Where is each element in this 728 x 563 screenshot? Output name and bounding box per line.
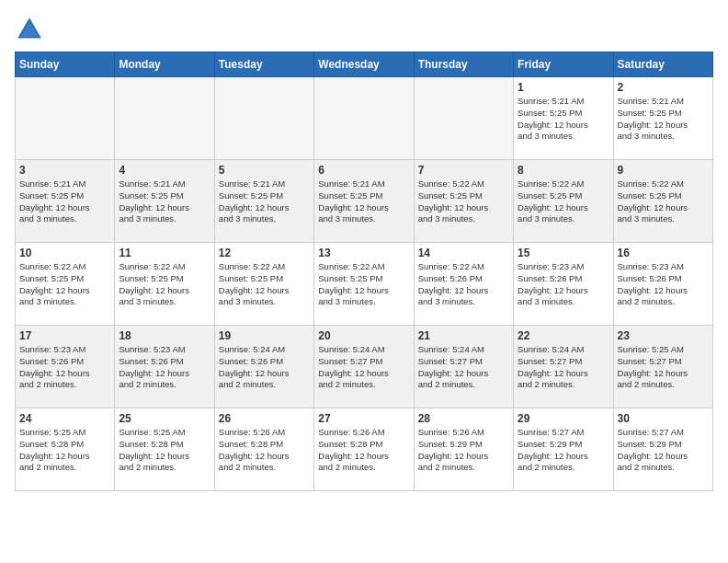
day-cell: 4Sunrise: 5:21 AM Sunset: 5:25 PM Daylig…: [115, 160, 214, 243]
week-row-1: 3Sunrise: 5:21 AM Sunset: 5:25 PM Daylig…: [16, 160, 713, 243]
day-number: 15: [518, 247, 609, 259]
day-cell: 18Sunrise: 5:23 AM Sunset: 5:26 PM Dayli…: [115, 326, 214, 408]
day-info: Sunrise: 5:21 AM Sunset: 5:25 PM Dayligh…: [219, 178, 310, 225]
day-number: 1: [518, 81, 609, 94]
day-number: 9: [618, 164, 709, 177]
logo: [15, 15, 48, 44]
day-info: Sunrise: 5:27 AM Sunset: 5:29 PM Dayligh…: [518, 427, 609, 474]
day-number: 10: [19, 247, 110, 259]
day-number: 22: [518, 329, 609, 342]
day-info: Sunrise: 5:21 AM Sunset: 5:25 PM Dayligh…: [318, 178, 409, 225]
day-cell: 23Sunrise: 5:25 AM Sunset: 5:27 PM Dayli…: [613, 326, 712, 408]
day-info: Sunrise: 5:22 AM Sunset: 5:25 PM Dayligh…: [19, 261, 110, 308]
day-number: 23: [618, 329, 709, 342]
day-number: 4: [119, 164, 210, 177]
day-number: 28: [418, 412, 509, 425]
day-cell: 28Sunrise: 5:26 AM Sunset: 5:29 PM Dayli…: [414, 408, 513, 491]
header-cell-tuesday: Tuesday: [214, 52, 313, 77]
day-cell: 24Sunrise: 5:25 AM Sunset: 5:28 PM Dayli…: [16, 408, 115, 491]
day-cell: 16Sunrise: 5:23 AM Sunset: 5:26 PM Dayli…: [613, 243, 712, 326]
day-cell: [414, 77, 513, 160]
day-info: Sunrise: 5:22 AM Sunset: 5:25 PM Dayligh…: [518, 178, 609, 225]
day-info: Sunrise: 5:25 AM Sunset: 5:28 PM Dayligh…: [19, 427, 110, 474]
header-cell-saturday: Saturday: [613, 52, 712, 77]
day-cell: 8Sunrise: 5:22 AM Sunset: 5:25 PM Daylig…: [514, 160, 613, 243]
day-cell: [314, 77, 414, 160]
day-number: 17: [19, 329, 110, 342]
day-number: 3: [19, 164, 110, 177]
day-info: Sunrise: 5:27 AM Sunset: 5:29 PM Dayligh…: [618, 427, 709, 474]
day-info: Sunrise: 5:24 AM Sunset: 5:27 PM Dayligh…: [518, 344, 609, 391]
day-cell: 9Sunrise: 5:22 AM Sunset: 5:25 PM Daylig…: [613, 160, 712, 243]
day-number: 14: [418, 247, 509, 259]
day-info: Sunrise: 5:25 AM Sunset: 5:28 PM Dayligh…: [119, 427, 210, 474]
day-info: Sunrise: 5:21 AM Sunset: 5:25 PM Dayligh…: [19, 178, 110, 225]
day-info: Sunrise: 5:21 AM Sunset: 5:25 PM Dayligh…: [518, 96, 609, 143]
day-info: Sunrise: 5:23 AM Sunset: 5:26 PM Dayligh…: [618, 261, 709, 308]
day-number: 5: [219, 164, 310, 177]
day-cell: 26Sunrise: 5:26 AM Sunset: 5:28 PM Dayli…: [214, 408, 313, 491]
day-number: 12: [219, 247, 310, 259]
day-cell: 12Sunrise: 5:22 AM Sunset: 5:25 PM Dayli…: [214, 243, 313, 326]
day-cell: 7Sunrise: 5:22 AM Sunset: 5:25 PM Daylig…: [414, 160, 513, 243]
calendar-table: SundayMondayTuesdayWednesdayThursdayFrid…: [15, 52, 713, 491]
header-cell-thursday: Thursday: [414, 52, 513, 77]
day-number: 13: [318, 247, 409, 259]
day-number: 26: [219, 412, 310, 425]
day-info: Sunrise: 5:22 AM Sunset: 5:25 PM Dayligh…: [618, 178, 709, 225]
day-cell: 11Sunrise: 5:22 AM Sunset: 5:25 PM Dayli…: [115, 243, 214, 326]
day-cell: 25Sunrise: 5:25 AM Sunset: 5:28 PM Dayli…: [115, 408, 214, 491]
day-info: Sunrise: 5:21 AM Sunset: 5:25 PM Dayligh…: [119, 178, 210, 225]
day-cell: [115, 77, 214, 160]
day-cell: 2Sunrise: 5:21 AM Sunset: 5:25 PM Daylig…: [613, 77, 712, 160]
day-number: 21: [418, 329, 509, 342]
logo-icon: [15, 15, 44, 44]
day-info: Sunrise: 5:23 AM Sunset: 5:26 PM Dayligh…: [19, 344, 110, 391]
header-row: SundayMondayTuesdayWednesdayThursdayFrid…: [16, 52, 713, 77]
day-cell: 21Sunrise: 5:24 AM Sunset: 5:27 PM Dayli…: [414, 326, 513, 408]
day-info: Sunrise: 5:25 AM Sunset: 5:27 PM Dayligh…: [618, 344, 709, 391]
day-cell: 15Sunrise: 5:23 AM Sunset: 5:26 PM Dayli…: [514, 243, 613, 326]
day-number: 19: [219, 329, 310, 342]
day-cell: 30Sunrise: 5:27 AM Sunset: 5:29 PM Dayli…: [613, 408, 712, 491]
day-cell: 10Sunrise: 5:22 AM Sunset: 5:25 PM Dayli…: [16, 243, 115, 326]
day-number: 29: [518, 412, 609, 425]
day-cell: 5Sunrise: 5:21 AM Sunset: 5:25 PM Daylig…: [214, 160, 313, 243]
day-cell: 20Sunrise: 5:24 AM Sunset: 5:27 PM Dayli…: [314, 326, 414, 408]
week-row-4: 24Sunrise: 5:25 AM Sunset: 5:28 PM Dayli…: [16, 408, 713, 491]
header: [15, 15, 713, 44]
header-cell-friday: Friday: [514, 52, 613, 77]
day-cell: [214, 77, 313, 160]
day-info: Sunrise: 5:23 AM Sunset: 5:26 PM Dayligh…: [518, 261, 609, 308]
day-number: 27: [318, 412, 409, 425]
day-info: Sunrise: 5:24 AM Sunset: 5:26 PM Dayligh…: [219, 344, 310, 391]
day-info: Sunrise: 5:22 AM Sunset: 5:25 PM Dayligh…: [219, 261, 310, 308]
day-number: 2: [618, 81, 709, 94]
day-info: Sunrise: 5:26 AM Sunset: 5:29 PM Dayligh…: [418, 427, 509, 474]
week-row-3: 17Sunrise: 5:23 AM Sunset: 5:26 PM Dayli…: [16, 326, 713, 408]
day-number: 8: [518, 164, 609, 177]
day-number: 24: [19, 412, 110, 425]
day-info: Sunrise: 5:22 AM Sunset: 5:25 PM Dayligh…: [418, 178, 509, 225]
day-cell: 29Sunrise: 5:27 AM Sunset: 5:29 PM Dayli…: [514, 408, 613, 491]
day-cell: 22Sunrise: 5:24 AM Sunset: 5:27 PM Dayli…: [514, 326, 613, 408]
day-info: Sunrise: 5:24 AM Sunset: 5:27 PM Dayligh…: [318, 344, 409, 391]
day-number: 25: [119, 412, 210, 425]
day-cell: [16, 77, 115, 160]
day-number: 6: [318, 164, 409, 177]
header-cell-monday: Monday: [115, 52, 214, 77]
day-number: 18: [119, 329, 210, 342]
header-cell-wednesday: Wednesday: [314, 52, 414, 77]
day-cell: 17Sunrise: 5:23 AM Sunset: 5:26 PM Dayli…: [16, 326, 115, 408]
header-cell-sunday: Sunday: [16, 52, 115, 77]
day-cell: 3Sunrise: 5:21 AM Sunset: 5:25 PM Daylig…: [16, 160, 115, 243]
day-cell: 14Sunrise: 5:22 AM Sunset: 5:26 PM Dayli…: [414, 243, 513, 326]
day-info: Sunrise: 5:26 AM Sunset: 5:28 PM Dayligh…: [219, 427, 310, 474]
day-number: 11: [119, 247, 210, 259]
week-row-2: 10Sunrise: 5:22 AM Sunset: 5:25 PM Dayli…: [16, 243, 713, 326]
day-info: Sunrise: 5:26 AM Sunset: 5:28 PM Dayligh…: [318, 427, 409, 474]
day-info: Sunrise: 5:21 AM Sunset: 5:25 PM Dayligh…: [618, 96, 709, 143]
day-cell: 1Sunrise: 5:21 AM Sunset: 5:25 PM Daylig…: [514, 77, 613, 160]
day-number: 7: [418, 164, 509, 177]
day-number: 16: [618, 247, 709, 259]
